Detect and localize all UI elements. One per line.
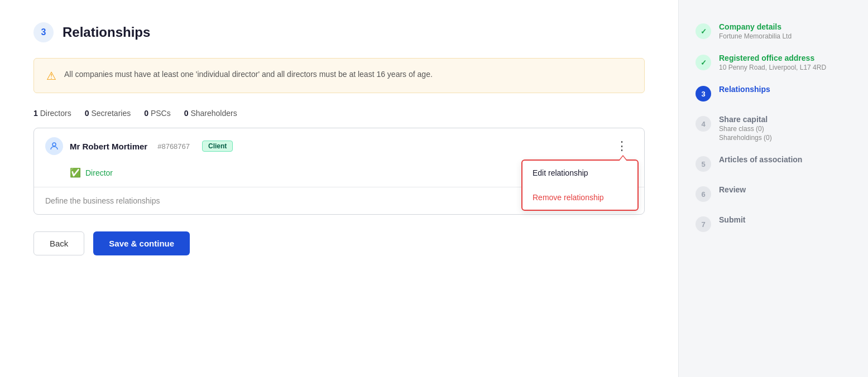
step-header: 3 Relationships — [33, 22, 645, 42]
sidebar: ✓ Company details Fortune Memorabilia Lt… — [678, 0, 868, 377]
shareholders-stat: 0 Shareholders — [184, 109, 237, 118]
pscs-stat: 0 PSCs — [144, 109, 170, 118]
sidebar-title-7: Submit — [719, 215, 745, 224]
person-card: Mr Robert Mortimer #8768767 Client ⋮ ✅ D… — [33, 128, 645, 215]
director-label: Director — [85, 168, 113, 177]
warning-icon: ⚠ — [46, 69, 56, 83]
three-dots-button[interactable]: ⋮ — [611, 138, 633, 154]
remove-relationship-item[interactable]: Remove relationship — [522, 185, 637, 210]
sidebar-badge-6: 6 — [696, 186, 711, 202]
back-button[interactable]: Back — [33, 231, 84, 255]
secretaries-stat: 0 Secretaries — [85, 109, 131, 118]
sidebar-item-7: 7 Submit — [696, 215, 851, 232]
sidebar-item-4: 4 Share capital Share class (0)Sharehold… — [696, 115, 851, 142]
sidebar-item-5: 5 Articles of association — [696, 155, 851, 172]
directors-stat: 1 Directors — [33, 109, 71, 118]
step-number-badge: 3 — [33, 22, 54, 42]
sidebar-badge-7: 7 — [696, 216, 711, 232]
person-id: #8768767 — [157, 142, 190, 151]
sidebar-title-6: Review — [719, 185, 746, 194]
context-menu-arrow — [618, 155, 627, 161]
sidebar-title-3: Relationships — [719, 85, 770, 94]
sidebar-badge-2: ✓ — [696, 55, 711, 70]
sidebar-badge-1: ✓ — [696, 23, 711, 39]
alert-text: All companies must have at least one 'in… — [64, 69, 433, 80]
person-info: Mr Robert Mortimer #8768767 Client — [45, 137, 233, 155]
svg-point-0 — [52, 143, 56, 146]
context-menu: Edit relationship Remove relationship — [521, 160, 639, 211]
sidebar-badge-5: 5 — [696, 156, 711, 172]
sidebar-item-3: 3 Relationships — [696, 85, 851, 102]
stats-row: 1 Directors 0 Secretaries 0 PSCs 0 Share… — [33, 109, 645, 118]
sidebar-item-6: 6 Review — [696, 185, 851, 202]
director-check-icon: ✅ — [70, 167, 81, 178]
button-row: Back Save & continue — [33, 231, 645, 255]
sidebar-item-1: ✓ Company details Fortune Memorabilia Lt… — [696, 22, 851, 40]
save-continue-button[interactable]: Save & continue — [93, 231, 190, 255]
person-card-top: Mr Robert Mortimer #8768767 Client ⋮ — [34, 128, 644, 164]
sidebar-title-5: Articles of association — [719, 155, 802, 164]
sidebar-item-2: ✓ Registered office address 10 Penny Roa… — [696, 54, 851, 71]
sidebar-badge-3: 3 — [696, 86, 711, 102]
sidebar-title-2: Registered office address — [719, 54, 826, 62]
person-name: Mr Robert Mortimer — [70, 142, 147, 151]
sidebar-title-4: Share capital — [719, 115, 772, 124]
page-title: Relationships — [63, 25, 150, 40]
client-badge: Client — [202, 141, 233, 152]
alert-box: ⚠ All companies must have at least one '… — [33, 58, 645, 93]
sidebar-title-1: Company details — [719, 22, 792, 31]
avatar — [45, 137, 63, 155]
edit-relationship-item[interactable]: Edit relationship — [522, 161, 637, 185]
sidebar-badge-4: 4 — [696, 116, 711, 132]
